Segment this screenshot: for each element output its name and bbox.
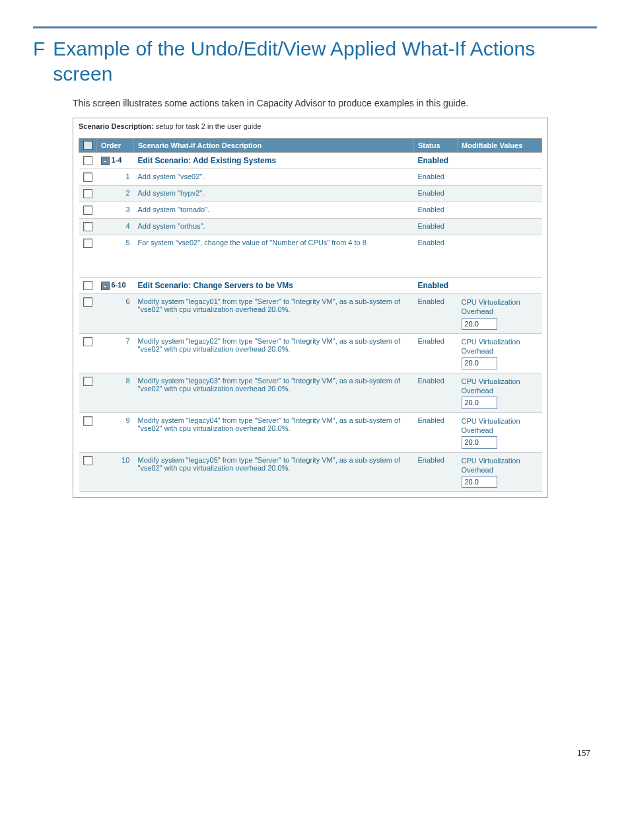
row-checkbox[interactable] xyxy=(83,206,92,215)
row-status: Enabled xyxy=(414,186,458,202)
row-desc: Add system "vse02". xyxy=(134,169,414,186)
mod-cell: CPU Virtualization Overhead 20.0 xyxy=(458,333,542,373)
mod-cell: CPU Virtualization Overhead 20.0 xyxy=(458,452,542,492)
header-desc[interactable]: Scenario What-if Action Description xyxy=(134,139,414,153)
row-desc: Modify system "legacy02" from type "Serv… xyxy=(134,333,414,373)
group-range: 1-4 xyxy=(112,156,122,164)
table-row: 9 Modify system "legacy04" from type "Se… xyxy=(79,412,542,452)
row-desc: Add system "hypv2". xyxy=(134,186,414,202)
header-order[interactable]: Order xyxy=(97,139,134,153)
group-title-1: Edit Scenario: Add Existing Systems xyxy=(138,156,277,165)
row-status: Enabled xyxy=(414,219,458,235)
checkbox-icon[interactable] xyxy=(83,141,92,150)
mod-value-input[interactable]: 20.0 xyxy=(462,357,497,369)
row-desc: Modify system "legacy05" from type "Serv… xyxy=(134,452,414,492)
mod-value-input[interactable]: 20.0 xyxy=(462,436,497,448)
table-row: 3 Add system "tornado". Enabled xyxy=(79,202,542,219)
row-status: Enabled xyxy=(414,333,458,373)
table-header-row: Order Scenario What-if Action Descriptio… xyxy=(79,139,542,153)
row-order: 1 xyxy=(97,169,134,186)
page-number: 157 xyxy=(33,749,597,758)
row-checkbox[interactable] xyxy=(83,377,92,386)
actions-table: Order Scenario What-if Action Descriptio… xyxy=(79,138,542,492)
header-status[interactable]: Status xyxy=(414,139,458,153)
group-row-1: -1-4 Edit Scenario: Add Existing Systems… xyxy=(79,153,542,169)
scenario-label: Scenario Description: xyxy=(79,122,154,130)
row-checkbox[interactable] xyxy=(83,337,92,346)
group-range: 6-10 xyxy=(112,281,126,289)
scenario-value: setup for task 2 in the user guide xyxy=(156,122,262,130)
collapse-icon[interactable]: - xyxy=(101,157,110,165)
row-checkbox[interactable] xyxy=(83,281,92,290)
row-order: 2 xyxy=(97,186,134,202)
row-order: 9 xyxy=(97,412,134,452)
table-row: 2 Add system "hypv2". Enabled xyxy=(79,186,542,202)
row-status: Enabled xyxy=(414,235,458,278)
group-order: -6-10 xyxy=(97,278,134,294)
mod-label: CPU Virtualization Overhead xyxy=(462,298,520,315)
table-row: 8 Modify system "legacy03" from type "Se… xyxy=(79,373,542,412)
intro-text: This screen illustrates some actions tak… xyxy=(73,98,597,108)
top-rule xyxy=(33,26,597,28)
row-status: Enabled xyxy=(414,373,458,412)
table-row: 1 Add system "vse02". Enabled xyxy=(79,169,542,186)
row-order: 4 xyxy=(97,219,134,235)
row-desc: Add system "tornado". xyxy=(134,202,414,219)
row-desc: Add system "orthus". xyxy=(134,219,414,235)
mod-label: CPU Virtualization Overhead xyxy=(462,457,520,474)
group-status: Enabled xyxy=(418,156,449,165)
row-checkbox[interactable] xyxy=(83,297,92,307)
row-status: Enabled xyxy=(414,202,458,219)
mod-cell: CPU Virtualization Overhead 20.0 xyxy=(458,294,542,334)
row-order: 6 xyxy=(97,294,134,334)
row-checkbox[interactable] xyxy=(83,222,92,231)
row-order: 3 xyxy=(97,202,134,219)
row-checkbox[interactable] xyxy=(83,172,92,182)
row-status: Enabled xyxy=(414,169,458,186)
row-status: Enabled xyxy=(414,452,458,492)
group-title-2: Edit Scenario: Change Servers to be VMs xyxy=(138,281,293,290)
scenario-description: Scenario Description: setup for task 2 i… xyxy=(79,122,542,130)
mod-label: CPU Virtualization Overhead xyxy=(462,338,520,355)
mod-value-input[interactable]: 20.0 xyxy=(462,397,497,408)
table-row: 5 For system "vse02", change the value o… xyxy=(79,235,542,278)
mod-cell: CPU Virtualization Overhead 20.0 xyxy=(458,412,542,452)
row-status: Enabled xyxy=(414,412,458,452)
row-checkbox[interactable] xyxy=(83,456,92,465)
page-title: F Example of the Undo/Edit/View Applied … xyxy=(33,36,597,86)
row-checkbox[interactable] xyxy=(83,239,92,248)
row-checkbox[interactable] xyxy=(83,416,92,426)
row-desc: Modify system "legacy03" from type "Serv… xyxy=(134,373,414,412)
row-order: 8 xyxy=(97,373,134,412)
row-status: Enabled xyxy=(414,294,458,334)
mod-value-input[interactable]: 20.0 xyxy=(462,318,497,330)
collapse-icon[interactable]: - xyxy=(101,282,110,290)
group-status: Enabled xyxy=(418,281,449,290)
table-row: 6 Modify system "legacy01" from type "Se… xyxy=(79,294,542,334)
group-order: -1-4 xyxy=(97,153,134,169)
row-order: 7 xyxy=(97,333,134,373)
row-desc: For system "vse02", change the value of … xyxy=(134,235,414,278)
mod-label: CPU Virtualization Overhead xyxy=(462,417,520,434)
row-order: 5 xyxy=(97,235,134,278)
table-row: 4 Add system "orthus". Enabled xyxy=(79,219,542,235)
screenshot-panel: Scenario Description: setup for task 2 i… xyxy=(73,118,548,498)
row-checkbox[interactable] xyxy=(83,189,92,198)
title-letter: F xyxy=(33,36,45,86)
title-text: Example of the Undo/Edit/View Applied Wh… xyxy=(53,36,597,86)
row-order: 10 xyxy=(97,452,134,492)
mod-cell: CPU Virtualization Overhead 20.0 xyxy=(458,373,542,412)
header-mod[interactable]: Modifiable Values xyxy=(458,139,542,153)
row-desc: Modify system "legacy04" from type "Serv… xyxy=(134,412,414,452)
row-checkbox[interactable] xyxy=(83,156,92,165)
mod-value-input[interactable]: 20.0 xyxy=(462,476,497,488)
header-select-all[interactable] xyxy=(79,139,97,153)
group-row-2: -6-10 Edit Scenario: Change Servers to b… xyxy=(79,278,542,294)
table-row: 7 Modify system "legacy02" from type "Se… xyxy=(79,333,542,373)
mod-label: CPU Virtualization Overhead xyxy=(462,377,520,395)
table-row: 10 Modify system "legacy05" from type "S… xyxy=(79,452,542,492)
row-desc: Modify system "legacy01" from type "Serv… xyxy=(134,294,414,334)
